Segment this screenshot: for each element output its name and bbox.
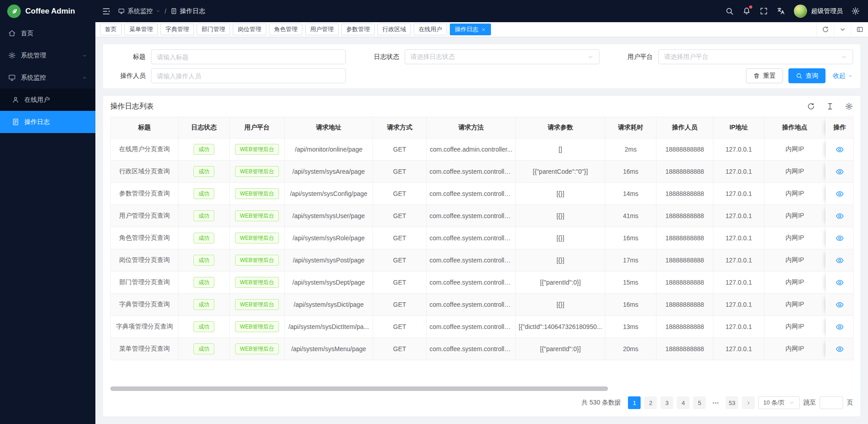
breadcrumb-item[interactable]: 系统监控 bbox=[118, 7, 160, 15]
column-header: 操作 bbox=[826, 117, 854, 138]
sidebar: Coffee Admin 首页系统管理系统监控在线用户操作日志 bbox=[0, 0, 95, 424]
log-status-select[interactable]: 请选择日志状态 bbox=[405, 49, 599, 64]
cell-status: 成功 bbox=[179, 316, 230, 338]
refresh-icon[interactable] bbox=[816, 22, 834, 37]
tab-label: 操作日志 bbox=[455, 25, 478, 33]
translate-icon[interactable] bbox=[777, 7, 785, 15]
page-ellipsis: ••• bbox=[709, 396, 722, 409]
sidebar-item[interactable]: 首页 bbox=[0, 22, 95, 44]
page-unit-label: 页 bbox=[847, 399, 853, 407]
bell-icon[interactable] bbox=[742, 7, 751, 15]
tab-item[interactable]: 菜单管理 bbox=[124, 24, 158, 35]
view-detail-button[interactable] bbox=[835, 145, 844, 154]
filter-field-log-status: 日志状态 请选择日志状态 bbox=[364, 49, 599, 64]
page-button[interactable]: 3 bbox=[660, 396, 673, 409]
page-button[interactable]: 5 bbox=[693, 396, 706, 409]
cell-duration: 16ms bbox=[605, 227, 656, 249]
cell-ip: 127.0.0.1 bbox=[713, 161, 764, 183]
page-button[interactable]: 53 bbox=[726, 396, 738, 409]
layout-icon[interactable] bbox=[851, 22, 868, 37]
username: 超级管理员 bbox=[811, 7, 843, 15]
view-detail-button[interactable] bbox=[835, 300, 844, 309]
breadcrumb: 系统监控/操作日志 bbox=[118, 7, 205, 15]
user-menu[interactable]: 超级管理员 bbox=[794, 5, 843, 18]
view-detail-button[interactable] bbox=[835, 256, 844, 265]
tab-item[interactable]: 在线用户 bbox=[414, 24, 447, 35]
view-detail-button[interactable] bbox=[835, 190, 844, 198]
tab-item[interactable]: 首页 bbox=[100, 24, 122, 35]
sidebar-item-label: 系统管理 bbox=[21, 52, 46, 60]
settings-icon[interactable] bbox=[845, 102, 853, 110]
monitor-icon bbox=[118, 8, 125, 14]
cell-duration: 20ms bbox=[605, 338, 656, 360]
page-button[interactable]: 1 bbox=[628, 396, 641, 409]
status-badge: 成功 bbox=[193, 210, 214, 221]
close-icon[interactable] bbox=[481, 27, 486, 32]
page-button[interactable]: 2 bbox=[644, 396, 657, 409]
cell-duration: 13ms bbox=[605, 316, 656, 338]
view-detail-button[interactable] bbox=[835, 167, 844, 176]
horizontal-scrollbar-thumb[interactable] bbox=[110, 386, 608, 391]
view-detail-button[interactable] bbox=[835, 345, 844, 353]
jump-page-input[interactable] bbox=[820, 396, 843, 409]
fullscreen-icon[interactable] bbox=[760, 7, 768, 15]
tab-label: 岗位管理 bbox=[238, 25, 261, 33]
tab-item[interactable]: 岗位管理 bbox=[233, 24, 266, 35]
page-button[interactable]: 4 bbox=[677, 396, 689, 409]
sidebar-item[interactable]: 在线用户 bbox=[0, 89, 95, 111]
sidebar-item[interactable]: 操作日志 bbox=[0, 111, 95, 133]
tab-item[interactable]: 部门管理 bbox=[197, 24, 230, 35]
app-logo[interactable]: Coffee Admin bbox=[0, 0, 95, 22]
view-detail-button[interactable] bbox=[835, 212, 844, 220]
reset-button[interactable]: 重置 bbox=[746, 68, 783, 83]
tab-label: 菜单管理 bbox=[129, 25, 153, 33]
cell-platform: WEB管理后台 bbox=[230, 183, 285, 205]
search-icon[interactable] bbox=[725, 7, 734, 15]
cell-url: /api/system/sysArea/page bbox=[285, 161, 373, 183]
platform-select[interactable]: 请选择用户平台 bbox=[658, 49, 853, 64]
menu-fold-icon[interactable] bbox=[102, 7, 111, 16]
next-page-button[interactable] bbox=[742, 396, 755, 409]
tab-label: 行政区域 bbox=[382, 25, 406, 33]
sidebar-item[interactable]: 系统管理 bbox=[0, 44, 95, 67]
tab-item[interactable]: 角色管理 bbox=[269, 24, 302, 35]
tab-item[interactable]: 字典管理 bbox=[160, 24, 194, 35]
column-header: 请求地址 bbox=[285, 117, 373, 138]
title-input[interactable] bbox=[151, 49, 346, 64]
avatar[interactable] bbox=[794, 5, 807, 18]
cell-ip: 127.0.0.1 bbox=[713, 249, 764, 272]
cell-platform: WEB管理后台 bbox=[230, 249, 285, 272]
operator-input[interactable] bbox=[151, 68, 346, 83]
tab-item[interactable]: 参数管理 bbox=[341, 24, 375, 35]
cell-title: 在线用户分页查询 bbox=[111, 138, 179, 161]
search-button[interactable]: 查询 bbox=[788, 68, 826, 83]
collapse-toggle[interactable]: 收起 bbox=[833, 72, 853, 80]
tab-item[interactable]: 用户管理 bbox=[305, 24, 339, 35]
chevron-down-icon[interactable] bbox=[834, 22, 851, 37]
view-detail-button[interactable] bbox=[835, 234, 844, 243]
status-badge: 成功 bbox=[193, 233, 214, 243]
cell-duration: 2ms bbox=[605, 138, 656, 161]
tab-item[interactable]: 行政区域 bbox=[377, 24, 411, 35]
user-icon bbox=[12, 96, 19, 104]
cell-location: 内网IP bbox=[764, 205, 826, 227]
table-card-header: 操作日志列表 bbox=[110, 96, 853, 117]
breadcrumb-label: 系统监控 bbox=[127, 7, 153, 15]
cell-operator: 18888888888 bbox=[656, 316, 713, 338]
cell-location: 内网IP bbox=[764, 249, 826, 272]
view-detail-button[interactable] bbox=[835, 278, 844, 287]
status-badge: 成功 bbox=[193, 166, 214, 177]
view-detail-button[interactable] bbox=[835, 323, 844, 331]
density-icon[interactable] bbox=[826, 102, 834, 110]
cell-status: 成功 bbox=[179, 272, 230, 294]
settings-icon[interactable] bbox=[851, 7, 860, 15]
column-header: 请求耗时 bbox=[605, 117, 656, 138]
platform-badge: WEB管理后台 bbox=[235, 144, 279, 155]
refresh-icon[interactable] bbox=[807, 102, 815, 110]
sidebar-item[interactable]: 系统监控 bbox=[0, 67, 95, 89]
cell-operator: 18888888888 bbox=[656, 227, 713, 249]
cell-ip: 127.0.0.1 bbox=[713, 272, 764, 294]
breadcrumb-item[interactable]: 操作日志 bbox=[170, 7, 205, 15]
tab-item[interactable]: 操作日志 bbox=[450, 24, 491, 35]
page-size-select[interactable]: 10 条/页 bbox=[758, 396, 800, 409]
